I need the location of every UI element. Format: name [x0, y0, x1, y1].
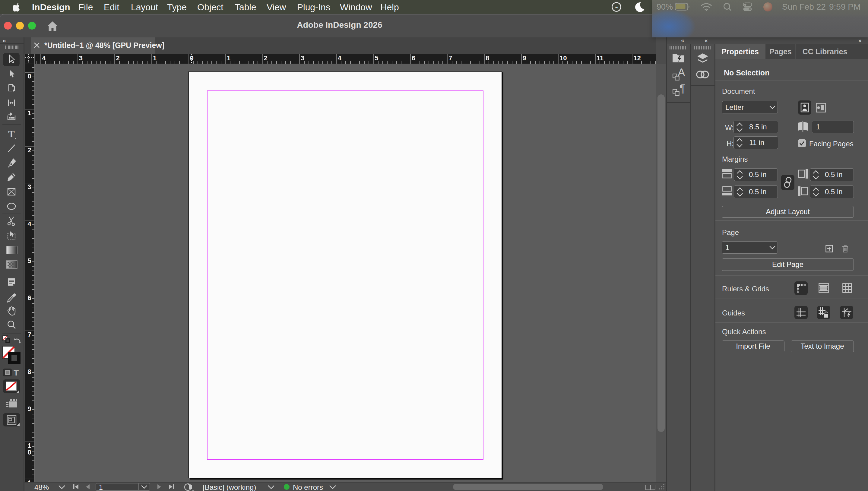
svg-text:∞: ∞ — [615, 4, 618, 10]
svg-text:T: T — [8, 128, 15, 139]
